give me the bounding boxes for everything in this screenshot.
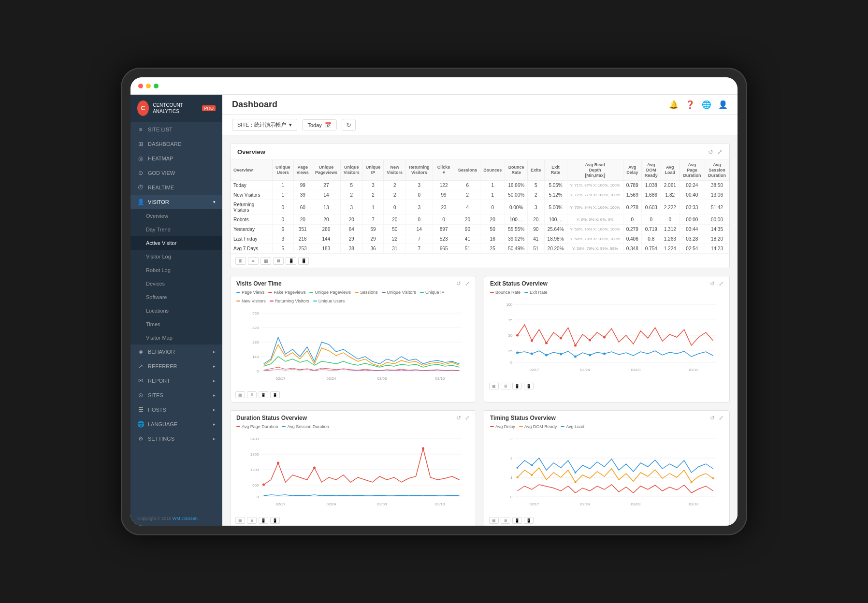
timing-chart-header: Timing Status Overview ↺ ⤢ xyxy=(484,411,729,424)
chart-view-btn-1[interactable]: ▦ xyxy=(235,391,245,398)
dur-chart-view-btn-3[interactable]: 📱 xyxy=(259,517,268,524)
svg-point-38 xyxy=(560,353,562,356)
svg-point-34 xyxy=(603,336,606,339)
sidebar-item-heatmap[interactable]: ◎ HEATMAP xyxy=(130,151,222,166)
sidebar-item-times[interactable]: Times xyxy=(130,317,222,331)
sidebar-item-behavior[interactable]: ◈ BEHAVIOR ▸ xyxy=(130,345,222,359)
dur-chart-view-btn-2[interactable]: 🖥 xyxy=(247,517,257,524)
legend-unique-pv: Unique Pageviews xyxy=(309,290,351,295)
timing-chart-view-btn-4[interactable]: 📱 xyxy=(524,517,534,524)
expand-chart-icon[interactable]: ⤢ xyxy=(465,280,470,287)
overview-panel-actions: ↺ ⤢ xyxy=(708,148,723,156)
sidebar-item-settings[interactable]: ⚙ SETTINGS ▸ xyxy=(130,431,222,446)
sidebar-item-hosts[interactable]: ☰ HOSTS ▸ xyxy=(130,402,222,417)
user-icon[interactable]: 👤 xyxy=(718,100,728,109)
minimize-button[interactable] xyxy=(146,84,151,88)
col-unique-users: UniqueUsers xyxy=(273,160,294,181)
chart-view-btn-2[interactable]: 🖥 xyxy=(247,391,257,398)
sidebar-item-locations[interactable]: Locations xyxy=(130,304,222,317)
svg-text:280: 280 xyxy=(252,340,259,345)
refresh-duration-icon[interactable]: ↺ xyxy=(456,415,461,421)
help-icon[interactable]: ❓ xyxy=(685,100,695,109)
dur-chart-view-btn-4[interactable]: 📱 xyxy=(270,517,280,524)
close-button[interactable] xyxy=(138,84,143,88)
header-icons: 🔔 ❓ 🌐 👤 xyxy=(669,100,728,109)
exit-chart-view-btn-1[interactable]: ▦ xyxy=(489,383,499,389)
visits-chart-panel: Visits Over Time ↺ ⤢ Page Views xyxy=(230,276,476,402)
legend-unique-users: Unique Users xyxy=(313,299,345,303)
bell-icon[interactable]: 🔔 xyxy=(669,100,679,109)
sidebar-item-active-visitor[interactable]: Active Visitor xyxy=(130,236,222,250)
table-icons: ⊞ ≡ ▦ 🖥 📱 📱 xyxy=(231,254,729,268)
godview-icon: ⊙ xyxy=(137,170,144,176)
sidebar-item-realtime[interactable]: ⏱ REALTIME xyxy=(130,180,222,195)
sidebar-item-overview[interactable]: Overview xyxy=(130,209,222,223)
expand-icon[interactable]: ⤢ xyxy=(717,148,723,156)
sidebar-item-report[interactable]: ✉ REPORT ▸ xyxy=(130,373,222,388)
col-avg-load: AvgLoad xyxy=(661,160,679,181)
exit-chart-view-btn-3[interactable]: 📱 xyxy=(512,383,522,389)
table-icon-chart[interactable]: ▦ xyxy=(260,257,271,265)
sidebar-item-visitor-log[interactable]: Visitor Log xyxy=(130,250,222,263)
refresh-chart-icon[interactable]: ↺ xyxy=(456,280,461,287)
duration-chart-svg: 2400 1800 1200 600 0 02/17 02/24 03/03 0… xyxy=(236,434,470,511)
sidebar-item-language[interactable]: 🌐 LANGUAGE ▸ xyxy=(130,417,222,431)
col-new-visitors: NewVisitors xyxy=(384,160,406,181)
exit-chart-view-btn-2[interactable]: 🖥 xyxy=(501,383,510,389)
heatmap-icon: ◎ xyxy=(137,155,144,162)
sidebar-item-software[interactable]: Software xyxy=(130,290,222,304)
dur-chart-view-btn-1[interactable]: ▦ xyxy=(235,517,245,524)
refresh-exit-icon[interactable]: ↺ xyxy=(710,280,715,287)
chart-view-btn-3[interactable]: 📱 xyxy=(259,391,268,398)
table-icon-grid[interactable]: ⊞ xyxy=(235,257,246,265)
svg-text:02/24: 02/24 xyxy=(326,502,336,506)
sidebar-item-godview[interactable]: ⊙ GOD VIEW xyxy=(130,166,222,180)
site-selector[interactable]: SITE：统计演示帐户 ▾ xyxy=(232,119,297,131)
timing-chart-view-btn-1[interactable]: ▦ xyxy=(489,517,499,524)
timing-chart-view-btn-3[interactable]: 📱 xyxy=(512,517,522,524)
legend-page-views: Page Views xyxy=(236,290,264,295)
chart-view-btn-4[interactable]: 📱 xyxy=(270,391,280,398)
visitor-submenu: Overview Day Trend Active Visitor Visito… xyxy=(130,209,222,345)
table-icon-mobile[interactable]: 📱 xyxy=(298,257,309,265)
table-icon-tablet[interactable]: 📱 xyxy=(286,257,296,265)
sidebar-item-robot-log[interactable]: Robot Log xyxy=(130,263,222,277)
date-button[interactable]: Today 📅 xyxy=(302,119,336,130)
logo-text: CENTCOUNT ANALYTICS xyxy=(153,102,196,115)
timing-chart-view-btn-2[interactable]: 🖥 xyxy=(501,517,510,524)
expand-duration-icon[interactable]: ⤢ xyxy=(465,415,470,421)
refresh-button[interactable]: ↻ xyxy=(342,119,356,131)
device-frame: C CENTCOUNT ANALYTICS PRO ≡ SITE LIST ⊞ … xyxy=(121,68,747,535)
maximize-button[interactable] xyxy=(154,84,159,88)
page-title: Dashboard xyxy=(232,100,277,110)
refresh-timing-icon[interactable]: ↺ xyxy=(710,415,715,421)
svg-text:02/17: 02/17 xyxy=(529,368,539,372)
sidebar-item-dashboard[interactable]: ⊞ DASHBOARD xyxy=(130,137,222,151)
svg-text:03/10: 03/10 xyxy=(689,502,699,506)
svg-point-33 xyxy=(589,339,591,342)
footer-link[interactable]: WM Jonssen. xyxy=(173,516,199,521)
table-icon-desktop[interactable]: 🖥 xyxy=(273,257,284,265)
refresh-panel-icon[interactable]: ↺ xyxy=(708,148,713,156)
sidebar-item-visitor[interactable]: 👤 VISITOR ▾ xyxy=(130,195,222,209)
visits-chart-actions: ↺ ⤢ xyxy=(456,280,470,287)
logo-icon: C xyxy=(137,100,149,116)
exit-chart-panel: Exit Status Overview ↺ ⤢ Bounce Rate xyxy=(484,276,730,402)
chevron-right-icon3: ▸ xyxy=(213,378,216,383)
expand-exit-icon[interactable]: ⤢ xyxy=(719,280,723,287)
sidebar-item-site-list[interactable]: ≡ SITE LIST xyxy=(130,122,222,137)
sidebar-item-referrer[interactable]: ↗ REFERRER ▸ xyxy=(130,359,222,373)
expand-timing-icon[interactable]: ⤢ xyxy=(719,415,723,421)
table-icon-list[interactable]: ≡ xyxy=(248,257,259,265)
sidebar-item-day-trend[interactable]: Day Trend xyxy=(130,223,222,236)
device-inner: C CENTCOUNT ANALYTICS PRO ≡ SITE LIST ⊞ … xyxy=(130,77,738,526)
pro-badge: PRO xyxy=(202,105,216,111)
exit-chart-view-btn-4[interactable]: 📱 xyxy=(524,383,534,389)
timing-chart-panel: Timing Status Overview ↺ ⤢ Avg Delay xyxy=(484,410,730,526)
sidebar-item-devices[interactable]: Devices xyxy=(130,277,222,290)
visitor-icon: 👤 xyxy=(137,199,144,205)
globe-icon[interactable]: 🌐 xyxy=(702,100,711,109)
sidebar-item-visitor-map[interactable]: Visitor Map xyxy=(130,331,222,345)
chevron-right-icon4: ▸ xyxy=(213,393,216,398)
sidebar-item-sites[interactable]: ⊙ SITES ▸ xyxy=(130,388,222,402)
